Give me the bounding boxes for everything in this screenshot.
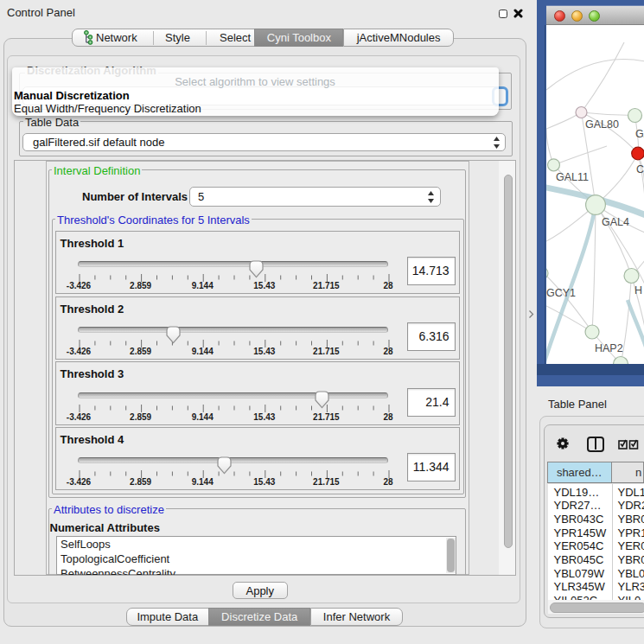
svg-text:HAP2: HAP2 [595,342,623,354]
svg-text:GAL4: GAL4 [602,216,629,228]
svg-text:GA: GA [635,128,644,140]
svg-text:GCY1: GCY1 [546,287,576,299]
svg-text:GAL80: GAL80 [585,118,619,131]
svg-text:H: H [634,284,642,296]
svg-text:GAL11: GAL11 [556,171,589,183]
svg-text:C: C [636,163,644,175]
